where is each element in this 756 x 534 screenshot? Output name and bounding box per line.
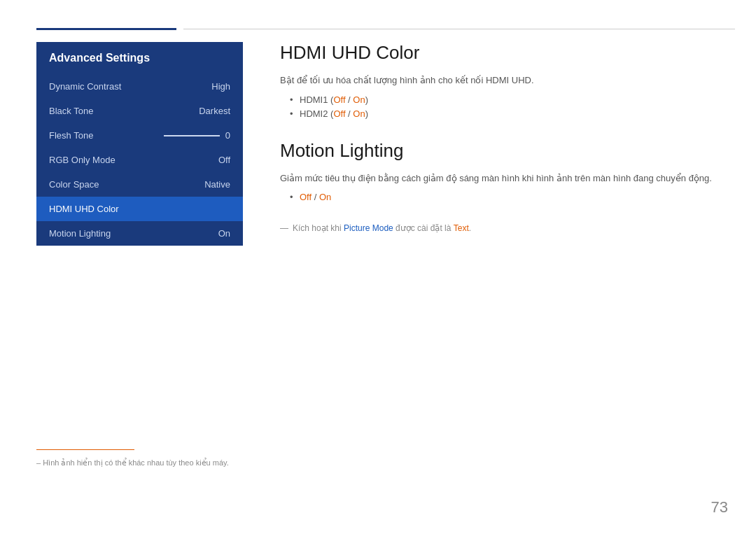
sidebar-item-motion-lighting[interactable]: Motion Lighting On: [36, 221, 243, 246]
motion-bullet-list: Off / On: [280, 192, 735, 202]
motion-off[interactable]: Off: [300, 192, 312, 202]
color-space-value: Native: [204, 179, 230, 190]
motion-note: — Kích hoạt khi Picture Mode được cài đặ…: [280, 223, 735, 233]
sidebar-header: Advanced Settings: [36, 42, 243, 74]
page-number: 73: [711, 498, 728, 517]
note-prefix: Kích hoạt khi: [293, 223, 344, 233]
motion-lighting-value: On: [218, 228, 230, 239]
sidebar-item-dynamic-contrast[interactable]: Dynamic Contrast High: [36, 74, 243, 99]
motion-lighting-description: Giảm mức tiêu thụ điện bằng cách giảm độ…: [280, 171, 735, 185]
motion-lighting-label: Motion Lighting: [49, 228, 111, 239]
color-space-label: Color Space: [49, 179, 99, 190]
dynamic-contrast-value: High: [211, 81, 230, 92]
black-tone-value: Darkest: [199, 106, 230, 116]
rgb-only-mode-label: RGB Only Mode: [49, 155, 115, 165]
sidebar-item-hdmi-uhd-color[interactable]: HDMI UHD Color: [36, 197, 243, 221]
note-picture-mode-link[interactable]: Picture Mode: [344, 223, 393, 233]
hdmi2-prefix: HDMI2 (: [300, 108, 333, 119]
hdmi-bullet-list: HDMI1 (Off / On) HDMI2 (Off / On): [280, 94, 735, 119]
hdmi1-off[interactable]: Off: [333, 94, 345, 105]
hdmi1-sep: /: [346, 94, 354, 105]
sidebar-item-color-space[interactable]: Color Space Native: [36, 172, 243, 197]
hdmi1-suffix: ): [365, 94, 368, 105]
hdmi1-prefix: HDMI1 (: [300, 94, 333, 105]
main-content: HDMI UHD Color Bật để tối ưu hóa chất lư…: [280, 42, 735, 233]
flesh-tone-label: Flesh Tone: [49, 130, 93, 141]
sidebar: Advanced Settings Dynamic Contrast High …: [36, 42, 243, 246]
hdmi1-item: HDMI1 (Off / On): [290, 94, 735, 105]
hdmi2-suffix: ): [365, 108, 368, 119]
note-text-link[interactable]: Text: [454, 223, 469, 233]
hdmi2-sep: /: [346, 108, 354, 119]
note-suffix: .: [469, 223, 471, 233]
top-bar-left-accent: [36, 28, 176, 30]
top-bar: [0, 28, 756, 30]
hdmi2-item: HDMI2 (Off / On): [290, 108, 735, 119]
black-tone-label: Black Tone: [49, 106, 93, 116]
motion-lighting-title: Motion Lighting: [280, 140, 735, 162]
sidebar-item-rgb-only-mode[interactable]: RGB Only Mode Off: [36, 148, 243, 172]
motion-off-on-item: Off / On: [290, 192, 735, 202]
flesh-tone-slider-track[interactable]: [164, 135, 220, 136]
hdmi1-on[interactable]: On: [353, 94, 365, 105]
footnote-divider: [36, 449, 134, 451]
footnote: – Hình ảnh hiển thị có thể khác nhau tùy…: [36, 458, 229, 468]
hdmi-uhd-color-title: HDMI UHD Color: [280, 42, 735, 64]
dynamic-contrast-label: Dynamic Contrast: [49, 81, 121, 92]
motion-sep: /: [312, 192, 319, 202]
flesh-tone-value: 0: [225, 130, 230, 141]
hdmi-uhd-color-section: HDMI UHD Color Bật để tối ưu hóa chất lư…: [280, 42, 735, 119]
hdmi-uhd-color-label: HDMI UHD Color: [49, 204, 119, 214]
rgb-only-mode-value: Off: [218, 155, 230, 165]
top-bar-right-line: [183, 29, 735, 29]
sidebar-item-flesh-tone[interactable]: Flesh Tone 0: [36, 123, 243, 148]
note-middle: được cài đặt là: [393, 223, 454, 233]
hdmi-uhd-color-description: Bật để tối ưu hóa chất lượng hình ảnh ch…: [280, 73, 735, 87]
flesh-tone-slider-container: 0: [164, 130, 230, 141]
sidebar-item-black-tone[interactable]: Black Tone Darkest: [36, 99, 243, 123]
motion-on[interactable]: On: [319, 192, 331, 202]
hdmi2-on[interactable]: On: [353, 108, 365, 119]
hdmi2-off[interactable]: Off: [333, 108, 345, 119]
motion-lighting-section: Motion Lighting Giảm mức tiêu thụ điện b…: [280, 140, 735, 234]
